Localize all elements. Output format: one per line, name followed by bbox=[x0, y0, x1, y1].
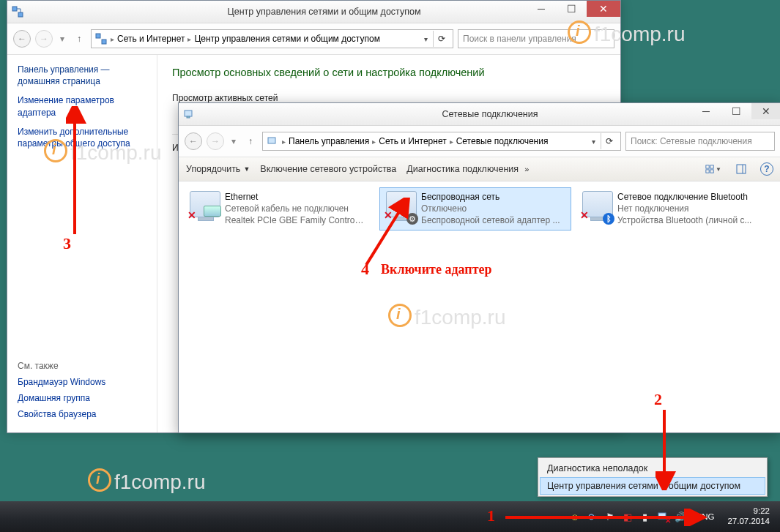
tray-av-icon[interactable]: ◧ bbox=[622, 511, 634, 522]
svg-rect-8 bbox=[268, 138, 275, 143]
window2-toolbar: Упорядочить▼ Включение сетевого устройст… bbox=[179, 157, 780, 181]
svg-rect-5 bbox=[102, 40, 106, 44]
connection-status: Нет подключения bbox=[617, 203, 751, 214]
crumb-network-internet[interactable]: Сеть и Интернет bbox=[117, 34, 185, 44]
active-networks-label: Просмотр активных сетей bbox=[172, 93, 606, 103]
window2-up-button[interactable]: ↑ bbox=[243, 134, 258, 149]
tray-sync-icon[interactable]: ⟳ bbox=[587, 511, 598, 522]
svg-rect-12 bbox=[710, 170, 713, 173]
connections-list: ✕EthernetСетевой кабель не подключенReal… bbox=[179, 181, 780, 432]
window2-minimize-button[interactable]: ─ bbox=[691, 103, 721, 119]
tray-battery-icon[interactable]: ▮ bbox=[639, 511, 651, 522]
tray-volume-icon[interactable]: 🔊 bbox=[675, 511, 686, 522]
bluetooth-overlay-icon: ᛒ bbox=[603, 213, 614, 225]
taskbar: ☺ ⟳ ⚑ ◧ ▮ ✕ 🔊 ENG 9:22 27.07.2014 bbox=[0, 501, 780, 532]
window2-history-dropdown[interactable]: ▾ bbox=[229, 136, 239, 146]
sidebar-see-also-label: См. также bbox=[18, 361, 146, 371]
window1-title-icon bbox=[7, 6, 28, 18]
crumb-net-connections[interactable]: Сетевые подключения bbox=[456, 136, 549, 146]
connection-device: Беспроводной сетевой адаптер ... bbox=[421, 214, 560, 226]
toolbar-diagnose-button[interactable]: Диагностика подключения» bbox=[406, 164, 529, 174]
sidebar-advanced-sharing-link[interactable]: Изменить дополнительные параметры общего… bbox=[18, 126, 146, 149]
connection-device: Устройства Bluetooth (личной с... bbox=[617, 214, 751, 226]
disabled-x-icon: ✕ bbox=[187, 210, 197, 220]
window2-back-button[interactable]: ← bbox=[185, 132, 202, 150]
window2-forward-button[interactable]: → bbox=[207, 132, 224, 150]
search-placeholder: Поиск в панели управления bbox=[463, 34, 576, 44]
tray-context-menu: Диагностика неполадок Центр управления с… bbox=[538, 457, 768, 497]
connection-icon: ✕ bbox=[188, 191, 220, 223]
connection-icon: ✕ᛒ bbox=[581, 191, 613, 223]
sidebar-browser-props-link[interactable]: Свойства браузера bbox=[18, 409, 146, 419]
toolbar-organize-button[interactable]: Упорядочить▼ bbox=[186, 164, 250, 174]
connection-item[interactable]: ✕ᛒСетевое подключение BluetoothНет подкл… bbox=[576, 187, 768, 231]
svg-rect-11 bbox=[706, 170, 709, 173]
crumb-control-panel[interactable]: Панель управления bbox=[289, 136, 369, 146]
menu-item-sharing-center[interactable]: Центр управления сетями и общим доступом bbox=[540, 477, 765, 495]
svg-rect-7 bbox=[187, 116, 190, 118]
svg-rect-13 bbox=[737, 165, 746, 173]
connection-icon: ✕⚙ bbox=[385, 191, 417, 223]
tray-clock[interactable]: 9:22 27.07.2014 bbox=[724, 506, 776, 527]
connection-name: Беспроводная сеть bbox=[421, 191, 560, 203]
history-dropdown[interactable]: ▾ bbox=[57, 34, 67, 44]
window2-search-input[interactable]: Поиск: Сетевые подключения bbox=[625, 132, 775, 151]
sidebar-homegroup-link[interactable]: Домашняя группа bbox=[18, 393, 146, 403]
window1-titlebar[interactable]: Центр управления сетями и общим доступом… bbox=[7, 1, 620, 23]
connection-name: Сетевое подключение Bluetooth bbox=[617, 191, 751, 203]
menu-item-diagnose[interactable]: Диагностика неполадок bbox=[540, 460, 765, 477]
window1-minimize-button[interactable]: ─ bbox=[527, 1, 556, 17]
forward-button[interactable]: → bbox=[35, 30, 53, 48]
connection-name: Ethernet bbox=[225, 191, 364, 203]
toolbar-enable-device-button[interactable]: Включение сетевого устройства bbox=[260, 164, 396, 174]
toolbar-view-icon[interactable]: ▼ bbox=[705, 160, 722, 178]
breadcrumb-dropdown[interactable]: ▾ bbox=[589, 138, 598, 146]
window2-maximize-button[interactable]: ☐ bbox=[721, 103, 751, 119]
crumb-sep-icon: ▸ bbox=[111, 35, 114, 43]
window1-close-button[interactable]: ✕ bbox=[587, 1, 620, 17]
tray-language[interactable]: ENG bbox=[692, 512, 719, 521]
window2-title-icon bbox=[179, 108, 199, 120]
gear-overlay-icon: ⚙ bbox=[406, 213, 418, 225]
window2-search-placeholder: Поиск: Сетевые подключения bbox=[631, 136, 752, 146]
window1-maximize-button[interactable]: ☐ bbox=[557, 1, 586, 17]
window1-search-input[interactable]: Поиск в панели управления bbox=[458, 29, 614, 48]
nic-overlay-icon bbox=[204, 206, 221, 217]
sidebar-adapter-settings-link[interactable]: Изменение параметров адаптера bbox=[18, 94, 146, 118]
window2-titlebar[interactable]: Сетевые подключения ─ ☐ ✕ bbox=[179, 103, 780, 126]
breadcrumb-dropdown[interactable]: ▾ bbox=[421, 35, 430, 43]
toolbar-preview-pane-icon[interactable] bbox=[732, 160, 750, 178]
window2-breadcrumb[interactable]: ▸ Панель управления ▸ Сеть и Интернет ▸ … bbox=[262, 132, 621, 151]
breadcrumb-root-icon bbox=[266, 135, 279, 148]
tray-network-icon[interactable]: ✕ bbox=[657, 511, 669, 522]
watermark: f1comp.ru bbox=[88, 468, 206, 494]
window1-address-bar: ← → ▾ ↑ ▸ Сеть и Интернет ▸ Центр управл… bbox=[7, 23, 620, 55]
tray-flag-icon[interactable]: ⚑ bbox=[604, 511, 616, 522]
tray-smiley-icon[interactable]: ☺ bbox=[569, 511, 581, 522]
disabled-x-icon: ✕ bbox=[383, 210, 393, 220]
window2-refresh-button[interactable]: ⟳ bbox=[601, 133, 617, 149]
breadcrumb-root-icon bbox=[94, 32, 108, 45]
desktop: Центр управления сетями и общим доступом… bbox=[0, 0, 780, 532]
sidebar-firewall-link[interactable]: Брандмауэр Windows bbox=[18, 377, 146, 387]
sidebar-home-link[interactable]: Панель управления — домашняя страница bbox=[18, 64, 146, 87]
window2-close-button[interactable]: ✕ bbox=[751, 103, 780, 119]
system-tray: ☺ ⟳ ⚑ ◧ ▮ ✕ 🔊 ENG 9:22 27.07.2014 bbox=[569, 506, 780, 527]
connection-item[interactable]: ✕⚙Беспроводная сетьОтключеноБеспроводной… bbox=[379, 187, 571, 231]
connection-item[interactable]: ✕EthernetСетевой кабель не подключенReal… bbox=[183, 187, 375, 231]
crumb-net-internet[interactable]: Сеть и Интернет bbox=[379, 136, 446, 146]
crumb-sep-icon: ▸ bbox=[282, 138, 286, 146]
toolbar-help-icon[interactable]: ? bbox=[760, 162, 773, 176]
up-button[interactable]: ↑ bbox=[72, 31, 86, 46]
crumb-sep-icon: ▸ bbox=[187, 35, 191, 43]
connection-device: Realtek PCIe GBE Family Controller bbox=[225, 214, 364, 226]
refresh-button[interactable]: ⟳ bbox=[433, 31, 450, 47]
svg-rect-1 bbox=[18, 12, 23, 17]
crumb-sharing-center[interactable]: Центр управления сетями и общим доступом bbox=[194, 34, 380, 44]
window1-breadcrumb[interactable]: ▸ Сеть и Интернет ▸ Центр управления сет… bbox=[91, 29, 453, 48]
svg-rect-4 bbox=[96, 34, 100, 38]
svg-rect-10 bbox=[710, 165, 713, 168]
disabled-x-icon: ✕ bbox=[579, 210, 590, 220]
network-connections-window: Сетевые подключения ─ ☐ ✕ ← → ▾ ↑ ▸ Пане… bbox=[178, 102, 780, 433]
back-button[interactable]: ← bbox=[13, 30, 31, 48]
